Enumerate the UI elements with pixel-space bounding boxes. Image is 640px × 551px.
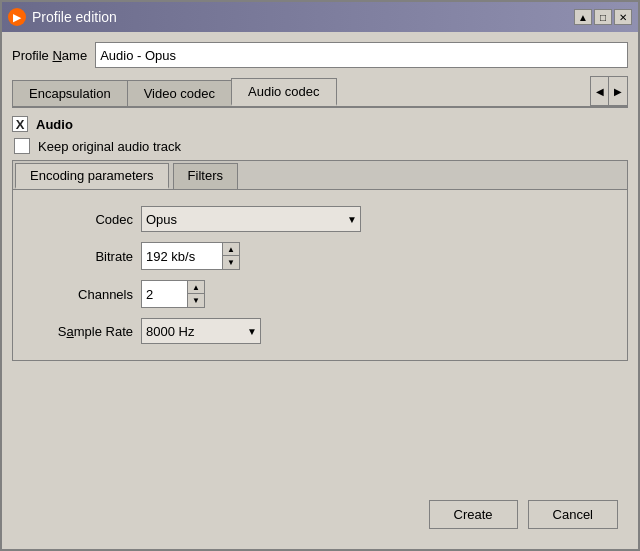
tab-encoding-parameters[interactable]: Encoding parameters xyxy=(15,163,169,189)
bitrate-increment-button[interactable]: ▲ xyxy=(223,243,239,256)
window-title: Profile edition xyxy=(32,9,117,25)
bitrate-decrement-button[interactable]: ▼ xyxy=(223,256,239,269)
main-tab-bar: Encapsulation Video codec Audio codec ◀ … xyxy=(12,76,628,108)
bitrate-spin-buttons: ▲ ▼ xyxy=(222,243,239,269)
tab-audio-codec[interactable]: Audio codec xyxy=(231,78,337,106)
channels-input[interactable] xyxy=(142,281,187,307)
audio-label-line: Audio xyxy=(36,117,79,132)
close-button[interactable]: ✕ xyxy=(614,9,632,25)
tab-nav: ◀ ▶ xyxy=(590,76,628,106)
channels-increment-button[interactable]: ▲ xyxy=(188,281,204,294)
channels-label: Channels xyxy=(33,287,133,302)
main-window: ▶ Profile edition ▲ □ ✕ Profile Name Enc… xyxy=(0,0,640,551)
bitrate-row: Bitrate ▲ ▼ xyxy=(33,242,607,270)
audio-checkbox[interactable]: X xyxy=(12,116,28,132)
channels-spinner: ▲ ▼ xyxy=(141,280,205,308)
audio-header: X Audio xyxy=(12,116,628,132)
audio-section: X Audio Keep original audio track Encodi… xyxy=(12,116,628,361)
create-button[interactable]: Create xyxy=(429,500,518,529)
tab-encapsulation[interactable]: Encapsulation xyxy=(12,80,128,106)
channels-spin-buttons: ▲ ▼ xyxy=(187,281,204,307)
bitrate-label: Bitrate xyxy=(33,249,133,264)
keep-original-row: Keep original audio track xyxy=(12,138,628,154)
codec-select[interactable]: Opus AAC MP3 Vorbis FLAC xyxy=(141,206,361,232)
tab-next-button[interactable]: ▶ xyxy=(609,77,627,105)
bitrate-input[interactable] xyxy=(142,243,222,269)
keep-original-label: Keep original audio track xyxy=(38,139,181,154)
title-bar-buttons: ▲ □ ✕ xyxy=(574,9,632,25)
bitrate-spinner: ▲ ▼ xyxy=(141,242,240,270)
app-icon: ▶ xyxy=(8,8,26,26)
codec-select-wrapper: Opus AAC MP3 Vorbis FLAC xyxy=(141,206,361,232)
tab-video-codec[interactable]: Video codec xyxy=(127,80,232,106)
tab-prev-button[interactable]: ◀ xyxy=(591,77,609,105)
codec-label: Codec xyxy=(33,212,133,227)
profile-name-input[interactable] xyxy=(95,42,628,68)
minimize-button[interactable]: ▲ xyxy=(574,9,592,25)
tab-filters[interactable]: Filters xyxy=(173,163,238,189)
encoding-body: Codec Opus AAC MP3 Vorbis FLAC xyxy=(13,190,627,360)
encoding-tab-bar: Encoding parameters Filters xyxy=(13,161,627,190)
maximize-button[interactable]: □ xyxy=(594,9,612,25)
keep-original-checkbox[interactable] xyxy=(14,138,30,154)
channels-row: Channels ▲ ▼ xyxy=(33,280,607,308)
sample-rate-select[interactable]: 8000 Hz 11025 Hz 22050 Hz 44100 Hz 48000… xyxy=(141,318,261,344)
cancel-button[interactable]: Cancel xyxy=(528,500,618,529)
profile-name-row: Profile Name xyxy=(12,42,628,68)
audio-label: Audio xyxy=(36,117,73,132)
profile-name-label: Profile Name xyxy=(12,48,87,63)
encoding-panel: Encoding parameters Filters Codec Opus A… xyxy=(12,160,628,361)
channels-decrement-button[interactable]: ▼ xyxy=(188,294,204,307)
footer-buttons: Create Cancel xyxy=(12,490,628,539)
sample-rate-select-wrapper: 8000 Hz 11025 Hz 22050 Hz 44100 Hz 48000… xyxy=(141,318,261,344)
title-bar: ▶ Profile edition ▲ □ ✕ xyxy=(2,2,638,32)
window-content: Profile Name Encapsulation Video codec A… xyxy=(2,32,638,549)
sample-rate-row: Sample Rate 8000 Hz 11025 Hz 22050 Hz 44… xyxy=(33,318,607,344)
sample-rate-label: Sample Rate xyxy=(33,324,133,339)
codec-row: Codec Opus AAC MP3 Vorbis FLAC xyxy=(33,206,607,232)
